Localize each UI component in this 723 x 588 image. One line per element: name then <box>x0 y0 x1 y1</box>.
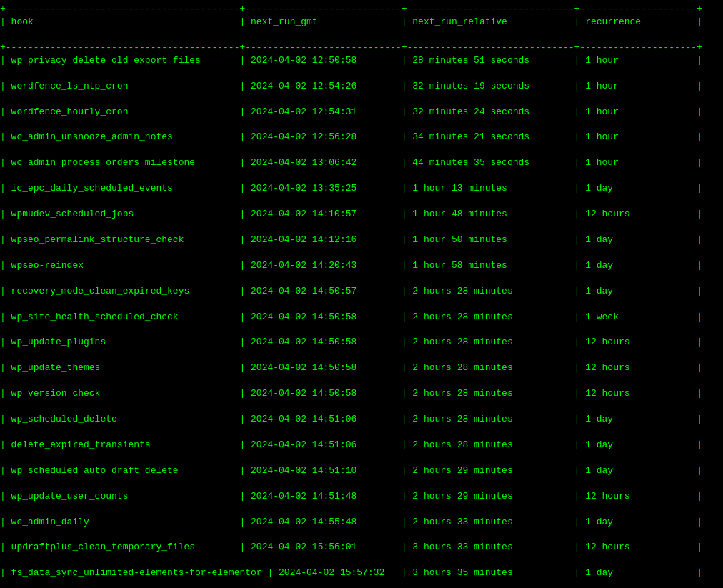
table-row: | wp_scheduled_delete | 2024-04-02 14:51… <box>0 413 723 426</box>
table-row: | wp_scheduled_auto_draft_delete | 2024-… <box>0 464 723 477</box>
table-body: | wp_privacy_delete_old_export_files | 2… <box>0 54 723 588</box>
table-row: | wc_admin_process_orders_milestone | 20… <box>0 156 723 169</box>
divider-mid: +---------------------------------------… <box>0 42 702 53</box>
table-row: | wp_site_health_scheduled_check | 2024-… <box>0 311 723 324</box>
table-header: | hook | next_run_gmt | next_run_relativ… <box>0 16 723 29</box>
table-row: | wp_version_check | 2024-04-02 14:50:58… <box>0 387 723 400</box>
table-row: | wpmudev_scheduled_jobs | 2024-04-02 14… <box>0 208 723 221</box>
table-row: | wpseo_permalink_structure_check | 2024… <box>0 234 723 246</box>
table-row: | wp_update_user_counts | 2024-04-02 14:… <box>0 490 723 503</box>
table-row: | delete_expired_transients | 2024-04-02… <box>0 439 723 452</box>
table-row: | recovery_mode_clean_expired_keys | 202… <box>0 285 723 298</box>
table-row: | wc_admin_daily | 2024-04-02 14:55:48 |… <box>0 516 723 529</box>
table-row: | fs_data_sync_unlimited-elements-for-el… <box>0 567 723 579</box>
table-row: | wp_update_themes | 2024-04-02 14:50:58… <box>0 362 723 374</box>
table-row: | wpseo-reindex | 2024-04-02 14:20:43 | … <box>0 259 723 272</box>
table-row: | updraftplus_clean_temporary_files | 20… <box>0 541 723 554</box>
table-row: | wp_update_plugins | 2024-04-02 14:50:5… <box>0 336 723 349</box>
table-row: | ic_epc_daily_scheduled_events | 2024-0… <box>0 182 723 195</box>
table-row: | wordfence_hourly_cron | 2024-04-02 12:… <box>0 106 723 119</box>
table-row: | wordfence_ls_ntp_cron | 2024-04-02 12:… <box>0 80 723 93</box>
table-row: | wc_admin_unsnooze_admin_notes | 2024-0… <box>0 131 723 144</box>
divider-top: +---------------------------------------… <box>0 4 702 14</box>
cron-table: +---------------------------------------… <box>0 3 723 588</box>
table-row: | wp_privacy_delete_old_export_files | 2… <box>0 54 723 67</box>
